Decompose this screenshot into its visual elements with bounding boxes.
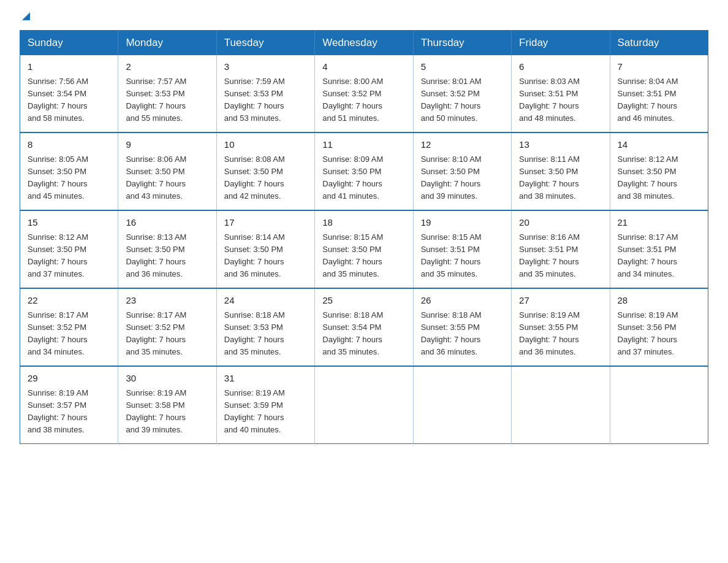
day-number: 30 <box>126 372 208 386</box>
calendar-cell: 22Sunrise: 8:17 AMSunset: 3:52 PMDayligh… <box>20 288 118 366</box>
day-number: 3 <box>224 60 307 74</box>
calendar-cell <box>610 366 708 444</box>
calendar-cell: 3Sunrise: 7:59 AMSunset: 3:53 PMDaylight… <box>216 55 314 132</box>
header-sunday: Sunday <box>20 31 118 56</box>
day-info: Sunrise: 8:19 AMSunset: 3:55 PMDaylight:… <box>519 309 602 359</box>
calendar-cell <box>413 366 511 444</box>
day-number: 15 <box>28 216 110 230</box>
day-info: Sunrise: 8:03 AMSunset: 3:51 PMDaylight:… <box>519 75 602 125</box>
day-info: Sunrise: 8:15 AMSunset: 3:50 PMDaylight:… <box>322 231 405 281</box>
day-number: 13 <box>519 138 602 152</box>
calendar-table: SundayMondayTuesdayWednesdayThursdayFrid… <box>20 30 708 444</box>
day-number: 4 <box>322 60 405 74</box>
day-number: 17 <box>224 216 307 230</box>
day-number: 7 <box>618 60 700 74</box>
calendar-cell: 28Sunrise: 8:19 AMSunset: 3:56 PMDayligh… <box>610 288 708 366</box>
day-info: Sunrise: 7:57 AMSunset: 3:53 PMDaylight:… <box>126 75 208 125</box>
day-number: 11 <box>322 138 405 152</box>
day-number: 24 <box>224 294 307 308</box>
calendar-cell: 10Sunrise: 8:08 AMSunset: 3:50 PMDayligh… <box>216 132 314 210</box>
day-number: 9 <box>126 138 208 152</box>
day-number: 25 <box>322 294 405 308</box>
calendar-cell: 9Sunrise: 8:06 AMSunset: 3:50 PMDaylight… <box>118 132 216 210</box>
calendar-cell: 6Sunrise: 8:03 AMSunset: 3:51 PMDaylight… <box>512 55 610 132</box>
day-number: 23 <box>126 294 208 308</box>
calendar-cell: 20Sunrise: 8:16 AMSunset: 3:51 PMDayligh… <box>512 210 610 288</box>
calendar-cell: 24Sunrise: 8:18 AMSunset: 3:53 PMDayligh… <box>216 288 314 366</box>
day-number: 16 <box>126 216 208 230</box>
calendar-week-row: 29Sunrise: 8:19 AMSunset: 3:57 PMDayligh… <box>20 366 708 444</box>
day-info: Sunrise: 7:56 AMSunset: 3:54 PMDaylight:… <box>28 75 110 125</box>
day-info: Sunrise: 8:19 AMSunset: 3:56 PMDaylight:… <box>618 309 700 359</box>
calendar-cell: 4Sunrise: 8:00 AMSunset: 3:52 PMDaylight… <box>315 55 413 132</box>
calendar-week-row: 8Sunrise: 8:05 AMSunset: 3:50 PMDaylight… <box>20 132 708 210</box>
day-info: Sunrise: 8:10 AMSunset: 3:50 PMDaylight:… <box>421 153 504 203</box>
header-saturday: Saturday <box>610 31 708 56</box>
calendar-week-row: 22Sunrise: 8:17 AMSunset: 3:52 PMDayligh… <box>20 288 708 366</box>
day-info: Sunrise: 8:08 AMSunset: 3:50 PMDaylight:… <box>224 153 307 203</box>
day-number: 1 <box>28 60 110 74</box>
calendar-cell: 1Sunrise: 7:56 AMSunset: 3:54 PMDaylight… <box>20 55 118 132</box>
day-info: Sunrise: 8:11 AMSunset: 3:50 PMDaylight:… <box>519 153 602 203</box>
day-number: 20 <box>519 216 602 230</box>
calendar-cell: 31Sunrise: 8:19 AMSunset: 3:59 PMDayligh… <box>216 366 314 444</box>
day-info: Sunrise: 8:15 AMSunset: 3:51 PMDaylight:… <box>421 231 504 281</box>
day-number: 2 <box>126 60 208 74</box>
day-info: Sunrise: 7:59 AMSunset: 3:53 PMDaylight:… <box>224 75 307 125</box>
page-header <box>0 0 728 30</box>
calendar-cell: 19Sunrise: 8:15 AMSunset: 3:51 PMDayligh… <box>413 210 511 288</box>
day-info: Sunrise: 8:17 AMSunset: 3:51 PMDaylight:… <box>618 231 700 281</box>
calendar-cell: 12Sunrise: 8:10 AMSunset: 3:50 PMDayligh… <box>413 132 511 210</box>
calendar-cell: 5Sunrise: 8:01 AMSunset: 3:52 PMDaylight… <box>413 55 511 132</box>
calendar-cell: 7Sunrise: 8:04 AMSunset: 3:51 PMDaylight… <box>610 55 708 132</box>
day-number: 26 <box>421 294 504 308</box>
day-info: Sunrise: 8:16 AMSunset: 3:51 PMDaylight:… <box>519 231 602 281</box>
day-info: Sunrise: 8:18 AMSunset: 3:53 PMDaylight:… <box>224 309 307 359</box>
calendar-week-row: 15Sunrise: 8:12 AMSunset: 3:50 PMDayligh… <box>20 210 708 288</box>
calendar-cell: 14Sunrise: 8:12 AMSunset: 3:50 PMDayligh… <box>610 132 708 210</box>
calendar-cell: 21Sunrise: 8:17 AMSunset: 3:51 PMDayligh… <box>610 210 708 288</box>
calendar-week-row: 1Sunrise: 7:56 AMSunset: 3:54 PMDaylight… <box>20 55 708 132</box>
day-info: Sunrise: 8:17 AMSunset: 3:52 PMDaylight:… <box>126 309 208 359</box>
day-info: Sunrise: 8:12 AMSunset: 3:50 PMDaylight:… <box>28 231 110 281</box>
calendar-header-row: SundayMondayTuesdayWednesdayThursdayFrid… <box>20 31 708 56</box>
day-number: 22 <box>28 294 110 308</box>
day-info: Sunrise: 8:14 AMSunset: 3:50 PMDaylight:… <box>224 231 307 281</box>
day-info: Sunrise: 8:06 AMSunset: 3:50 PMDaylight:… <box>126 153 208 203</box>
day-number: 8 <box>28 138 110 152</box>
calendar-cell: 2Sunrise: 7:57 AMSunset: 3:53 PMDaylight… <box>118 55 216 132</box>
header-tuesday: Tuesday <box>216 31 314 56</box>
day-info: Sunrise: 8:13 AMSunset: 3:50 PMDaylight:… <box>126 231 208 281</box>
day-info: Sunrise: 8:05 AMSunset: 3:50 PMDaylight:… <box>28 153 110 203</box>
calendar-cell: 26Sunrise: 8:18 AMSunset: 3:55 PMDayligh… <box>413 288 511 366</box>
day-number: 21 <box>618 216 700 230</box>
day-info: Sunrise: 8:19 AMSunset: 3:58 PMDaylight:… <box>126 387 208 437</box>
calendar-cell: 25Sunrise: 8:18 AMSunset: 3:54 PMDayligh… <box>315 288 413 366</box>
day-number: 31 <box>224 372 307 386</box>
calendar-cell: 11Sunrise: 8:09 AMSunset: 3:50 PMDayligh… <box>315 132 413 210</box>
header-friday: Friday <box>512 31 610 56</box>
day-number: 18 <box>322 216 405 230</box>
header-thursday: Thursday <box>413 31 511 56</box>
day-info: Sunrise: 8:18 AMSunset: 3:54 PMDaylight:… <box>322 309 405 359</box>
calendar-cell <box>512 366 610 444</box>
calendar-cell: 30Sunrise: 8:19 AMSunset: 3:58 PMDayligh… <box>118 366 216 444</box>
day-number: 12 <box>421 138 504 152</box>
day-number: 6 <box>519 60 602 74</box>
calendar-cell: 27Sunrise: 8:19 AMSunset: 3:55 PMDayligh… <box>512 288 610 366</box>
day-info: Sunrise: 8:01 AMSunset: 3:52 PMDaylight:… <box>421 75 504 125</box>
calendar-cell: 18Sunrise: 8:15 AMSunset: 3:50 PMDayligh… <box>315 210 413 288</box>
calendar-cell: 23Sunrise: 8:17 AMSunset: 3:52 PMDayligh… <box>118 288 216 366</box>
day-info: Sunrise: 8:19 AMSunset: 3:59 PMDaylight:… <box>224 387 307 437</box>
day-number: 28 <box>618 294 700 308</box>
day-info: Sunrise: 8:12 AMSunset: 3:50 PMDaylight:… <box>618 153 700 203</box>
day-info: Sunrise: 8:19 AMSunset: 3:57 PMDaylight:… <box>28 387 110 437</box>
calendar-cell: 8Sunrise: 8:05 AMSunset: 3:50 PMDaylight… <box>20 132 118 210</box>
logo-arrow-icon <box>22 12 30 20</box>
day-info: Sunrise: 8:18 AMSunset: 3:55 PMDaylight:… <box>421 309 504 359</box>
day-number: 29 <box>28 372 110 386</box>
header-wednesday: Wednesday <box>315 31 413 56</box>
calendar-cell: 13Sunrise: 8:11 AMSunset: 3:50 PMDayligh… <box>512 132 610 210</box>
day-number: 14 <box>618 138 700 152</box>
day-number: 10 <box>224 138 307 152</box>
